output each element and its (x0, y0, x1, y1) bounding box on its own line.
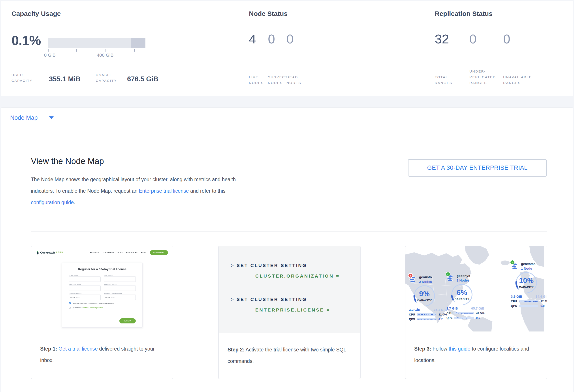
this-guide-link[interactable]: this guide (449, 346, 470, 352)
under-replicated-value: 0 (469, 32, 476, 46)
tick-mark (105, 49, 105, 52)
field-label: COMPANY NAME (69, 283, 101, 285)
nav-item: DOCS (118, 252, 123, 253)
live-nodes-stat: 4 LIVE NODES (249, 10, 268, 87)
live-nodes-value: 4 (249, 32, 256, 46)
used-capacity-value: 355.1 MiB (49, 75, 81, 83)
cockroach-labs-logo: Cockroach LABS (36, 251, 63, 254)
dead-nodes-label: DEAD NODES (287, 74, 301, 86)
capacity-gauge: 6% CAPACITY (450, 284, 474, 306)
total-ranges-label: TOTAL RANGES (435, 74, 452, 86)
node-map-dropdown[interactable]: Node Map (1, 107, 573, 128)
trial-registration-form: Register for a 30-day trial license FIRS… (62, 263, 143, 328)
enterprise-trial-license-link[interactable]: Enterprise trial license (139, 188, 189, 194)
cluster-locality: geo=sfo (419, 275, 432, 279)
qps-value: 0.0 (476, 316, 480, 319)
nav-item: CUSTOMERS (102, 252, 114, 253)
mini-site-nav: PRODUCT CUSTOMERS DOCS RESOURCES BLOG DO… (90, 250, 168, 255)
healthy-check-badge: ✓ (446, 272, 451, 277)
total-capacity: 34.4 GiB (536, 295, 547, 298)
cluster-locality: geo=nyc (457, 274, 470, 278)
node-map-content-panel: View the Node Map The Node Map shows the… (1, 128, 573, 392)
field-label: COMPANY EMAIL (104, 283, 136, 285)
nav-item: PRODUCT (90, 252, 99, 253)
email-updates-checkbox-row: ✓ I would like to receive email updates … (69, 302, 136, 304)
project-phase-select: Please Select (69, 295, 101, 300)
cluster-node-count: 2 Nodes (419, 280, 432, 283)
cluster-nyc: ✓ geo=nyc 2 Nodes (447, 274, 490, 319)
description-text: and refer to this (189, 188, 226, 194)
cpu-label: CPU (447, 312, 454, 315)
capacity-bar-reserved-segment (131, 38, 145, 48)
first-name-field (69, 277, 101, 282)
step1-card: Cockroach LABS PRODUCT CUSTOMERS DOCS RE… (31, 246, 173, 379)
axis-label-mid: 400 GiB (97, 53, 114, 58)
warning-count-badge: 1 (408, 273, 413, 278)
tick-mark (134, 49, 135, 52)
nav-item: RESOURCES (126, 252, 138, 253)
capacity-bar: 0 GiB 400 GiB (48, 38, 145, 59)
capacity-caption: CAPACITY (412, 299, 437, 302)
capacity-usage-title: Capacity Usage (11, 10, 162, 18)
reason-select: Please Select (104, 295, 136, 300)
qps-sparkline (519, 305, 538, 307)
field-label: PROJECT PHASE (69, 293, 101, 294)
used-capacity-label: USED CAPACITY (11, 72, 33, 84)
cpu-value: 11.0% (438, 313, 447, 316)
qps-label: QPS (511, 304, 519, 308)
field-label: LAST NAME (104, 275, 136, 276)
field-label: REASON FOR INTEREST (104, 293, 136, 294)
capacity-percent: 6% (450, 288, 474, 297)
used-capacity: 3.2 GiB (409, 308, 420, 312)
description-text: . (74, 200, 75, 205)
qps-value: 4.7 (438, 317, 443, 321)
capacity-percent: 0.1% (11, 33, 41, 48)
total-capacity: 65.7 GiB (471, 306, 484, 310)
sql-command: > SET CLUSTER SETTING (231, 263, 307, 268)
form-title: Register for a 30-day trial license (69, 267, 136, 271)
capacity-percent: 9% (412, 290, 437, 298)
cluster-node-count: 2 Nodes (457, 279, 470, 282)
unavailable-ranges-label: UNAVAILABLE RANGES (503, 74, 532, 86)
step2-card: > SET CLUSTER SETTING CLUSTER.ORGANIZATI… (218, 246, 361, 379)
page-title: View the Node Map (31, 157, 104, 166)
cockroach-bug-icon (36, 251, 39, 254)
license-agreement-checkbox-row: I agree to the Software License Agreemen… (69, 307, 136, 309)
sql-command: > SET CLUSTER SETTING (231, 297, 307, 302)
qps-label: QPS (409, 317, 417, 321)
step1-caption: Step 1: Get a trial license delivered st… (31, 332, 173, 366)
capacity-caption: CAPACITY (514, 286, 539, 289)
qps-label: QPS (447, 316, 454, 319)
replication-status-section: Replication Status 32 TOTAL RANGES 0 UND… (435, 10, 565, 87)
checkbox-label: I would like to receive email updates ab… (72, 302, 114, 304)
step2-caption: Step 2: Activate the trial license with … (219, 333, 360, 367)
node-map-dropdown-label[interactable]: Node Map (10, 114, 38, 121)
form-fields: FIRST NAME LAST NAME COMPANY NAME COMPAN… (69, 273, 136, 300)
last-name-field (104, 277, 136, 282)
get-enterprise-trial-button[interactable]: GET A 30-DAY ENTERPRISE TRIAL (408, 159, 547, 177)
checkbox-unchecked-icon (69, 307, 71, 309)
axis-label-start: 0 GiB (44, 53, 56, 58)
cluster-locality: geo=ams (521, 262, 535, 266)
mini-site-header: Cockroach LABS PRODUCT CUSTOMERS DOCS RE… (36, 249, 168, 256)
suspect-nodes-value: 0 (268, 32, 275, 46)
qps-sparkline (417, 318, 436, 320)
capacity-bar-track (48, 38, 145, 48)
capacity-gauge: 10% CAPACITY (514, 272, 539, 294)
company-name-field (69, 285, 101, 291)
suspect-nodes-label: SUSPECT NODES (268, 74, 288, 86)
get-trial-license-link[interactable]: Get a trial license (59, 346, 98, 352)
sql-argument: CLUSTER.ORGANIZATION = (255, 273, 340, 279)
cpu-sparkline (454, 312, 474, 314)
chevron-down-icon (49, 116, 54, 119)
dead-nodes-value: 0 (287, 32, 293, 46)
cluster-ams: ✓ geo=ams 1 Node (511, 262, 547, 308)
cpu-sparkline (417, 313, 436, 316)
usable-capacity-value: 676.5 GiB (127, 75, 158, 83)
total-ranges-stat: 32 TOTAL RANGES (435, 10, 469, 87)
unavailable-ranges-stat: 0 UNAVAILABLE RANGES (503, 10, 541, 87)
cpu-sparkline (519, 300, 538, 302)
tick-mark (48, 49, 49, 52)
configuration-guide-link[interactable]: configuration guide (31, 200, 74, 205)
checkbox-checked-icon: ✓ (69, 302, 71, 304)
